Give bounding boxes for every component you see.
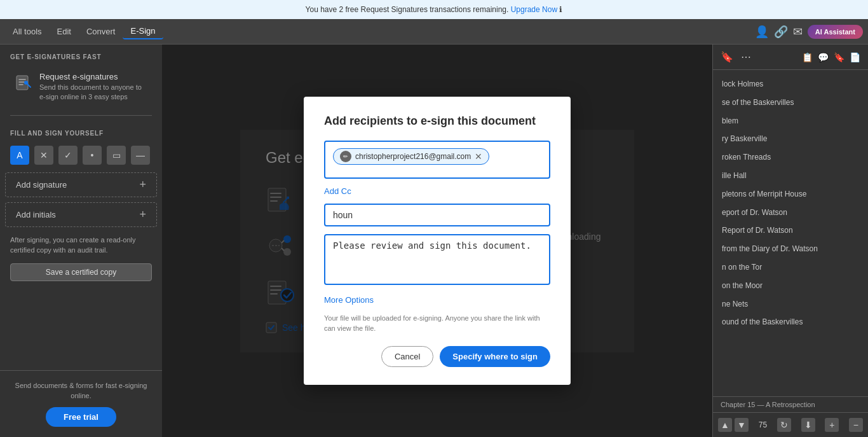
toc-item-6[interactable]: pletons of Merripit House bbox=[713, 185, 868, 204]
toc-item-10[interactable]: n on the Tor bbox=[713, 258, 868, 277]
modal-title: Add recipients to e-sign this document bbox=[324, 114, 550, 128]
right-panel-header: 🔖 ⋯ 📋 💬 🔖 📄 bbox=[713, 45, 868, 70]
refresh-btn[interactable]: ↻ bbox=[777, 418, 791, 432]
zoom-controls: ▲ ▼ bbox=[718, 418, 749, 432]
add-initials-label: Add initials bbox=[16, 210, 56, 219]
more-options-icon[interactable]: ⋯ bbox=[741, 51, 751, 63]
toc-panel: lock Holmes se of the Baskervilles blem … bbox=[713, 70, 868, 396]
modal-actions: Cancel Specify where to sign bbox=[324, 346, 550, 367]
cross-tool-btn[interactable]: ✕ bbox=[34, 146, 53, 165]
toc-item-13[interactable]: ound of the Baskervilles bbox=[713, 313, 868, 331]
panel-right-icon-1[interactable]: 📋 bbox=[802, 52, 813, 62]
request-esig-title: Request e-signatures bbox=[39, 72, 147, 81]
download-btn[interactable]: ⬇ bbox=[801, 418, 815, 432]
link-icon[interactable]: 🔗 bbox=[774, 25, 788, 39]
left-sidebar: GET E-SIGNATURES FAST Request e-signatur… bbox=[0, 45, 162, 437]
text-tool-btn[interactable]: A bbox=[10, 146, 29, 165]
toc-item-1[interactable]: se of the Baskervilles bbox=[713, 94, 868, 112]
right-panel: 🔖 ⋯ 📋 💬 🔖 📄 lock Holmes se of the Basker… bbox=[712, 45, 868, 437]
right-panel-bottom: ▲ ▼ 75 ↻ ⬇ + − bbox=[713, 412, 868, 437]
sidebar-item-request-esig[interactable]: Request e-signatures Send this document … bbox=[5, 66, 157, 109]
section-get-esig-title: GET E-SIGNATURES FAST bbox=[0, 45, 162, 64]
notification-text: You have 2 free Request Signatures trans… bbox=[306, 5, 509, 14]
toolbar-item-convert[interactable]: Convert bbox=[79, 24, 123, 39]
line-tool-btn[interactable]: — bbox=[131, 146, 150, 165]
recipient-email: christopherproject216@gmail.com bbox=[355, 152, 471, 161]
modal-overlay: Add recipients to e-sign this document ✏… bbox=[162, 45, 712, 437]
notification-bar: You have 2 free Request Signatures trans… bbox=[0, 0, 868, 19]
zoom-down-btn[interactable]: ▼ bbox=[735, 418, 749, 432]
toc-item-8[interactable]: Report of Dr. Watson bbox=[713, 221, 868, 240]
right-panel-icons: 🔖 ⋯ bbox=[721, 51, 751, 63]
toc-item-11[interactable]: on the Moor bbox=[713, 277, 868, 295]
add-initials-plus-icon: + bbox=[139, 208, 146, 221]
recipient-avatar: ✏ bbox=[340, 151, 351, 162]
toc-item-9[interactable]: from the Diary of Dr. Watson bbox=[713, 240, 868, 258]
save-cert-btn[interactable]: Save a certified copy bbox=[10, 263, 152, 281]
top-toolbar: All tools Edit Convert E-Sign 👤 🔗 ✉ AI A… bbox=[0, 19, 868, 45]
recipient-chip: ✏ christopherproject216@gmail.com ✕ bbox=[333, 148, 489, 165]
sidebar-divider-1 bbox=[10, 115, 152, 116]
sidebar-bottom-text: Send documents & forms for fast e-signin… bbox=[10, 381, 152, 401]
toc-item-3[interactable]: ry Baskerville bbox=[713, 130, 868, 148]
free-trial-btn[interactable]: Free trial bbox=[46, 407, 116, 427]
toolbar-item-all-tools[interactable]: All tools bbox=[5, 24, 50, 39]
chapter-title: Chapter 15 — A Retrospection bbox=[713, 396, 868, 412]
rect-tool-btn[interactable]: ▭ bbox=[107, 146, 126, 165]
add-signature-btn[interactable]: Add signature + bbox=[5, 172, 157, 197]
page-number: 75 bbox=[759, 420, 767, 429]
request-esig-text: Request e-signatures Send this document … bbox=[39, 72, 147, 102]
esign-modal: Add recipients to e-sign this document ✏… bbox=[304, 97, 571, 385]
zoom-out-btn[interactable]: − bbox=[849, 418, 863, 432]
ai-assistant-button[interactable]: AI Assistant bbox=[808, 25, 863, 39]
toc-item-4[interactable]: roken Threads bbox=[713, 148, 868, 167]
specify-where-to-sign-button[interactable]: Specify where to sign bbox=[440, 346, 550, 367]
fill-sign-tools: A ✕ ✓ • ▭ — bbox=[0, 141, 162, 170]
upgrade-link[interactable]: Upgrade Now bbox=[511, 5, 557, 14]
toc-item-2[interactable]: blem bbox=[713, 112, 868, 130]
request-esig-icon bbox=[15, 73, 33, 91]
bookmark-icon[interactable]: 🔖 bbox=[721, 51, 733, 63]
more-options-link[interactable]: More Options bbox=[324, 295, 550, 305]
add-cc-link[interactable]: Add Cc bbox=[324, 186, 550, 196]
modal-footer-note: Your file will be uploaded for e-signing… bbox=[324, 314, 550, 333]
toc-item-5[interactable]: ille Hall bbox=[713, 167, 868, 185]
request-esig-desc: Send this document to anyone to e-sign o… bbox=[39, 83, 147, 102]
panel-right-icon-4[interactable]: 📄 bbox=[850, 52, 860, 62]
subject-input[interactable] bbox=[324, 204, 550, 226]
certified-copy-text: After signing, you can create a read-onl… bbox=[0, 230, 162, 261]
add-signature-label: Add signature bbox=[16, 180, 67, 190]
profile-icon[interactable]: 👤 bbox=[755, 25, 769, 39]
toc-item-7[interactable]: eport of Dr. Watson bbox=[713, 204, 868, 222]
add-initials-btn[interactable]: Add initials + bbox=[5, 202, 157, 227]
panel-right-icon-2[interactable]: 💬 bbox=[818, 52, 829, 62]
toc-item-12[interactable]: ne Nets bbox=[713, 295, 868, 314]
check-tool-btn[interactable]: ✓ bbox=[58, 146, 78, 165]
mail-icon[interactable]: ✉ bbox=[793, 25, 803, 39]
dot-tool-btn[interactable]: • bbox=[83, 146, 102, 165]
panel-right-icon-3[interactable]: 🔖 bbox=[834, 52, 844, 62]
main-layout: GET E-SIGNATURES FAST Request e-signatur… bbox=[0, 45, 868, 437]
toolbar-item-esign[interactable]: E-Sign bbox=[123, 24, 163, 39]
svg-point-1 bbox=[24, 81, 28, 85]
cancel-button[interactable]: Cancel bbox=[381, 346, 433, 367]
recipient-remove-btn[interactable]: ✕ bbox=[475, 152, 482, 161]
section-fill-sign-title: FILL AND SIGN YOURSELF bbox=[0, 121, 162, 141]
zoom-up-btn[interactable]: ▲ bbox=[718, 418, 732, 432]
center-content: Get e-signatures faster than email Recip… bbox=[162, 45, 712, 437]
message-textarea[interactable]: Please review and sign this document. bbox=[324, 234, 550, 285]
add-signature-plus-icon: + bbox=[139, 178, 146, 191]
info-icon: ℹ bbox=[559, 5, 562, 14]
sidebar-bottom: Send documents & forms for fast e-signin… bbox=[0, 370, 162, 437]
zoom-in-btn[interactable]: + bbox=[825, 418, 839, 432]
toolbar-item-edit[interactable]: Edit bbox=[50, 24, 79, 39]
toc-item-0[interactable]: lock Holmes bbox=[713, 75, 868, 94]
recipients-box[interactable]: ✏ christopherproject216@gmail.com ✕ bbox=[324, 141, 550, 179]
